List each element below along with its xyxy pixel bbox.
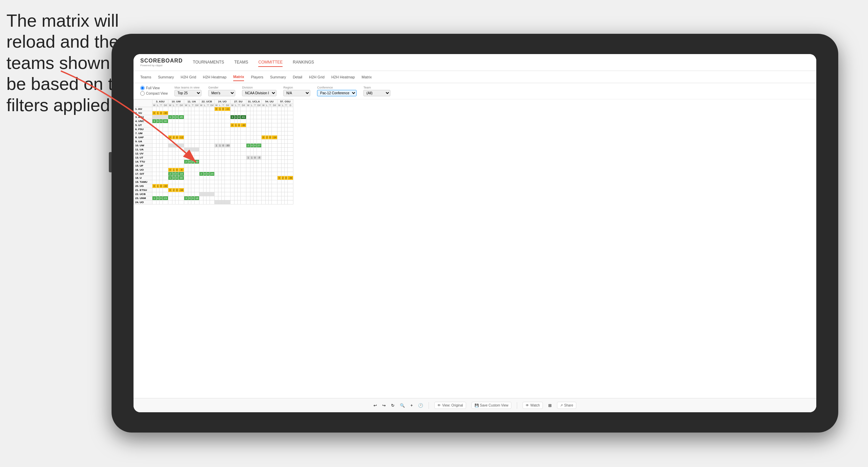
matrix-cell <box>163 200 168 204</box>
matrix-cell <box>225 119 231 123</box>
matrix-cell <box>194 168 199 172</box>
matrix-cell <box>288 136 293 140</box>
matrix-cell <box>250 123 253 127</box>
subnav-h2h-heatmap2[interactable]: H2H Heatmap <box>331 73 355 81</box>
matrix-cell <box>152 107 156 111</box>
matrix-cell <box>268 164 271 168</box>
osu-l: L <box>281 104 284 107</box>
matrix-cell <box>288 160 293 164</box>
matrix-cell <box>272 152 278 156</box>
full-view-option[interactable]: Full View <box>140 86 168 90</box>
clock-icon[interactable]: 🕐 <box>418 403 423 408</box>
matrix-cell <box>152 188 156 192</box>
matrix-cell <box>272 144 278 148</box>
nav-tournaments[interactable]: TOURNAMENTS <box>193 58 224 67</box>
matrix-cell: 0 <box>160 184 163 188</box>
save-custom-btn[interactable]: 💾 Save Custom View <box>472 402 511 409</box>
row-header-label: 9. UA <box>134 140 152 144</box>
subnav-h2h-heatmap1[interactable]: H2H Heatmap <box>203 73 226 81</box>
zoom-out-icon[interactable]: 🔍 <box>400 403 405 408</box>
ucb-l: L <box>203 104 206 107</box>
nav-teams[interactable]: TEAMS <box>234 58 248 67</box>
division-select[interactable]: NCAA Division I <box>242 90 276 96</box>
subnav-h2h-grid2[interactable]: H2H Grid <box>309 73 324 81</box>
view-original-label: View: Original <box>442 403 463 407</box>
table-row: 3. ASU1004511041 <box>134 115 293 119</box>
matrix-cell <box>268 115 271 119</box>
matrix-cell <box>175 144 178 148</box>
redo-icon[interactable]: ↪ <box>382 403 386 408</box>
matrix-cell: 2 <box>172 136 175 140</box>
matrix-cell <box>250 107 253 111</box>
subnav-summary2[interactable]: Summary <box>270 73 286 81</box>
matrix-cell <box>225 115 231 119</box>
matrix-cell <box>281 140 284 144</box>
matrix-cell <box>156 144 159 148</box>
grid-icon[interactable]: ⊞ <box>548 403 552 408</box>
zoom-in-icon[interactable]: + <box>410 403 413 408</box>
watch-icon: 👁 <box>526 403 529 407</box>
matrix-cell <box>241 180 246 184</box>
col-header-uu: 54. UU <box>261 100 277 104</box>
subnav-detail[interactable]: Detail <box>293 73 302 81</box>
subnav-summary1[interactable]: Summary <box>158 73 174 81</box>
conference-select[interactable]: Pac-12 Conference <box>317 90 357 96</box>
matrix-cell <box>152 123 156 127</box>
matrix-cell <box>210 136 214 140</box>
nav-committee[interactable]: COMMITTEE <box>258 58 283 67</box>
subnav-teams[interactable]: Teams <box>140 73 151 81</box>
matrix-cell <box>221 188 224 192</box>
matrix-cell <box>261 196 265 200</box>
gender-select[interactable]: Men's <box>208 90 235 96</box>
matrix-cell <box>175 131 178 136</box>
matrix-cell <box>246 184 250 188</box>
view-original-btn[interactable]: 👁 View: Original <box>434 402 466 409</box>
matrix-cell <box>254 111 257 115</box>
team-select[interactable]: (All) <box>363 90 390 96</box>
subnav-h2h-grid1[interactable]: H2H Grid <box>180 73 196 81</box>
matrix-cell <box>188 176 191 180</box>
matrix-cell <box>160 152 163 156</box>
main-nav: SCOREBOARD Powered by clippd TOURNAMENTS… <box>134 54 816 71</box>
subnav-matrix2[interactable]: Matrix <box>362 73 372 81</box>
col-header-ucla: 31. UCLA <box>246 100 262 104</box>
matrix-cell <box>254 136 257 140</box>
refresh-icon[interactable]: ↻ <box>391 403 394 408</box>
matrix-cell <box>168 111 172 115</box>
region-select[interactable]: N/A <box>283 90 310 96</box>
matrix-cell <box>230 180 234 184</box>
view-original-icon: 👁 <box>437 403 441 407</box>
matrix-cell <box>188 144 191 148</box>
max-teams-select[interactable]: Top 25 <box>174 90 201 96</box>
matrix-cell <box>246 152 250 156</box>
matrix-cell <box>238 107 241 111</box>
subnav-players[interactable]: Players <box>251 73 263 81</box>
compact-view-radio[interactable] <box>140 91 145 96</box>
table-row: 19. TAMU <box>134 180 293 184</box>
watch-btn[interactable]: 👁 Watch <box>523 402 543 409</box>
nav-rankings[interactable]: RANKINGS <box>293 58 314 67</box>
compact-view-option[interactable]: Compact View <box>140 91 168 96</box>
matrix-cell <box>265 176 268 180</box>
matrix-cell <box>241 144 246 148</box>
matrix-cell <box>168 180 172 184</box>
matrix-cell <box>254 127 257 131</box>
matrix-cell <box>191 164 194 168</box>
matrix-cell <box>207 123 210 127</box>
matrix-cell <box>225 148 231 152</box>
matrix-cell <box>214 127 218 131</box>
subnav-matrix1[interactable]: Matrix <box>233 73 244 81</box>
share-btn[interactable]: ↗ Share <box>557 402 576 409</box>
matrix-cell <box>199 136 203 140</box>
matrix-cell <box>191 180 194 184</box>
division-filter: Division NCAA Division I <box>242 86 276 96</box>
osu-t: T <box>285 104 288 107</box>
matrix-cell <box>254 148 257 152</box>
matrix-cell <box>199 160 203 164</box>
tablet-screen: SCOREBOARD Powered by clippd TOURNAMENTS… <box>134 54 816 412</box>
matrix-cell <box>199 180 203 184</box>
undo-icon[interactable]: ↩ <box>373 403 377 408</box>
matrix-cell <box>230 156 234 160</box>
matrix-scroll[interactable]: 3. ASU 10. UW 11. UA 22. UCB 24. UO 27. … <box>134 99 816 412</box>
full-view-radio[interactable] <box>140 86 145 90</box>
